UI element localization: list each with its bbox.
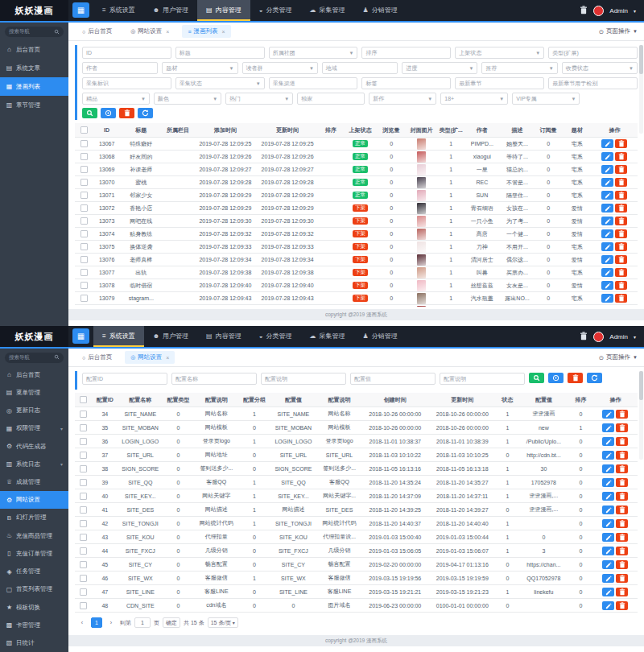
delete-row-button[interactable] — [615, 152, 627, 161]
next-page-button[interactable]: › — [105, 617, 117, 628]
menu-item-采集管理[interactable]: ☁采集管理 — [301, 326, 354, 347]
filter-input-采集标识[interactable]: 采集标识 — [82, 77, 171, 89]
edit-button[interactable] — [601, 229, 613, 238]
delete-row-button[interactable] — [616, 547, 628, 555]
delete-row-button[interactable] — [616, 410, 628, 419]
cover-thumbnail[interactable] — [417, 151, 426, 163]
cover-thumbnail[interactable] — [417, 306, 426, 307]
row-checkbox[interactable] — [80, 506, 87, 514]
scrollbar[interactable] — [639, 45, 643, 134]
filter-input-采集渠道[interactable]: 采集渠道 — [269, 77, 358, 89]
edit-button[interactable] — [601, 268, 613, 277]
menu-item-分销管理[interactable]: ♟分销管理 — [354, 0, 407, 21]
row-checkbox[interactable] — [80, 179, 88, 186]
sidebar-item-任务管理[interactable]: ◈任务管理 — [0, 563, 68, 580]
menu-item-内容管理[interactable]: ▤内容管理 — [197, 326, 250, 347]
filter-input-地域[interactable]: 地域 — [322, 62, 398, 74]
edit-button[interactable] — [601, 281, 613, 290]
delete-row-button[interactable] — [615, 281, 627, 290]
cover-thumbnail[interactable] — [417, 190, 426, 201]
filter-input-ID[interactable]: ID — [82, 47, 171, 59]
cover-thumbnail[interactable] — [417, 241, 426, 253]
row-checkbox[interactable] — [80, 547, 87, 555]
close-icon[interactable]: × — [222, 29, 225, 35]
row-checkbox[interactable] — [80, 204, 88, 212]
menu-item-分类管理[interactable]: ◒分类管理 — [250, 326, 301, 347]
sidebar-item-系统日志[interactable]: ▥系统日志▾ — [0, 456, 68, 473]
page-action-dropdown[interactable]: ⊙ 页面操作 ▼ — [599, 353, 638, 361]
filter-select-进度[interactable]: 进度▼ — [402, 62, 477, 74]
scrollbar-thumb[interactable] — [639, 371, 643, 400]
delete-row-button[interactable] — [615, 255, 627, 264]
row-checkbox[interactable] — [80, 192, 88, 199]
search-button[interactable] — [82, 108, 97, 118]
menu-item-分类管理[interactable]: ◒分类管理 — [250, 0, 301, 21]
batch-delete-button[interactable] — [568, 373, 583, 383]
sidebar-item-菜单管理[interactable]: ▤菜单管理 — [0, 384, 68, 402]
filter-input-作者[interactable]: 作者 — [82, 62, 158, 74]
filter-select-推荐[interactable]: 推荐▼ — [481, 62, 557, 74]
filter-select-所属社团[interactable]: 所属社团▼ — [269, 47, 358, 59]
trash-icon[interactable] — [580, 332, 588, 342]
filter-input-独家[interactable]: 独家 — [297, 93, 365, 105]
row-checkbox[interactable] — [80, 534, 87, 541]
filter-input-类型(扩展)[interactable]: 类型(扩展) — [548, 47, 638, 59]
menu-item-内容管理[interactable]: ▤内容管理 — [197, 0, 250, 21]
row-checkbox[interactable] — [80, 520, 87, 527]
edit-button[interactable] — [602, 410, 614, 419]
row-checkbox[interactable] — [80, 269, 88, 276]
edit-button[interactable] — [602, 560, 614, 569]
sidebar-item-漫画列表[interactable]: ▦漫画列表 — [0, 77, 68, 96]
filter-select-收费状态[interactable]: 收费状态▼ — [562, 62, 638, 74]
sidebar-item-网站设置[interactable]: ⚙网站设置 — [0, 491, 68, 509]
edit-button[interactable] — [602, 519, 614, 528]
sidebar-item-幻灯片管理[interactable]: B幻灯片管理 — [0, 509, 68, 526]
close-icon[interactable]: × — [166, 355, 169, 361]
sidebar-item-卡密管理[interactable]: ▩卡密管理 — [0, 617, 68, 634]
sidebar-item-权限管理[interactable]: ▦权限管理▾ — [0, 419, 68, 437]
row-checkbox[interactable] — [80, 479, 87, 486]
tab-后台首页[interactable]: ○后台首页 — [76, 25, 118, 38]
avatar[interactable] — [593, 6, 604, 16]
sidebar-item-充值商品管理[interactable]: ♨充值商品管理 — [0, 527, 68, 545]
filter-select-颜色[interactable]: 颜色▼ — [154, 93, 221, 105]
filter-select-上架状态[interactable]: 上架状态▼ — [455, 47, 544, 59]
sidebar-item-章节管理[interactable]: ▥章节管理 — [0, 96, 68, 114]
cover-thumbnail[interactable] — [417, 280, 426, 291]
edit-button[interactable] — [602, 437, 614, 446]
sidebar-item-模板切换[interactable]: ★模板切换 — [0, 598, 68, 616]
page-number-button[interactable]: 1 — [91, 617, 102, 628]
sidebar-item-更新日志[interactable]: ◎更新日志 — [0, 402, 68, 419]
delete-row-button[interactable] — [616, 588, 628, 596]
filter-input-配置说明[interactable]: 配置说明 — [261, 373, 346, 385]
filter-input-最新章节用于检别[interactable]: 最新章节用于检别 — [548, 77, 638, 89]
sidebar-item-后台首页[interactable]: ⌂后台首页 — [0, 366, 68, 384]
cover-thumbnail[interactable] — [417, 254, 426, 266]
delete-row-button[interactable] — [616, 519, 628, 528]
admin-menu[interactable]: Admin — [609, 7, 628, 14]
filter-select-VIP专属[interactable]: VIP专属▼ — [512, 93, 580, 105]
cover-thumbnail[interactable] — [417, 203, 426, 214]
edit-button[interactable] — [602, 423, 614, 432]
tab-网站设置[interactable]: ◎网站设置× — [125, 351, 175, 364]
delete-row-button[interactable] — [616, 601, 628, 610]
select-all-checkbox[interactable] — [80, 126, 88, 134]
scrollbar[interactable] — [639, 371, 643, 460]
avatar[interactable] — [593, 332, 604, 342]
sidebar-toggle-button[interactable]: ▦ — [72, 328, 89, 344]
delete-row-button[interactable] — [616, 506, 628, 514]
menu-item-系统设置[interactable]: ≡系统设置 — [93, 326, 144, 347]
sidebar-item-首页列表管理[interactable]: ▢首页列表管理 — [0, 580, 68, 598]
row-checkbox[interactable] — [80, 140, 88, 147]
delete-row-button[interactable] — [615, 229, 627, 238]
filter-select-新作[interactable]: 新作▼ — [369, 93, 436, 105]
edit-button[interactable] — [602, 464, 614, 473]
edit-button[interactable] — [602, 506, 614, 514]
edit-button[interactable] — [602, 601, 614, 610]
tab-后台首页[interactable]: ○后台首页 — [76, 351, 118, 364]
delete-row-button[interactable] — [616, 478, 628, 487]
menu-item-用户管理[interactable]: ☻用户管理 — [144, 326, 197, 347]
sidebar-search-input[interactable]: 搜索导航 — [5, 27, 64, 37]
edit-button[interactable] — [601, 191, 613, 200]
delete-row-button[interactable] — [615, 204, 627, 213]
